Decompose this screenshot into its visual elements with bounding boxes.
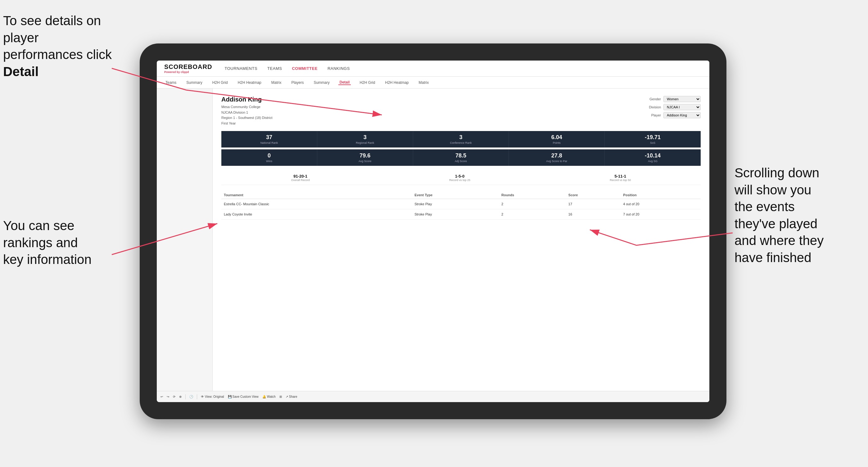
stat-avg-score: 79.6 Avg Score	[317, 149, 413, 166]
share-button[interactable]: ↗ Share	[286, 395, 298, 398]
division-select-row: Division NJCAA I	[649, 104, 701, 110]
adj-score-value: 78.5	[416, 152, 506, 159]
wins-value: 0	[224, 152, 314, 159]
watch-button[interactable]: 🔔 Watch	[262, 395, 276, 398]
share-icon: ↗	[286, 395, 288, 398]
logo-area: SCOREBOARD Powered by clippd	[164, 63, 212, 73]
stat-avg-sg: -10.14 Avg SG	[605, 149, 701, 166]
bottom-toolbar: ↩ ↪ ⟳ ⊕ 🕐 👁 View: Original 💾 Save Custom…	[157, 391, 709, 402]
watch-icon: 🔔	[262, 395, 266, 398]
col-event-type: Event Type	[412, 191, 499, 199]
main-content: Addison King Mesa Community College NJCA…	[157, 89, 709, 391]
player-header: Addison King Mesa Community College NJCA…	[221, 96, 701, 126]
player-info: Addison King Mesa Community College NJCA…	[221, 96, 272, 126]
subnav-players[interactable]: Players	[290, 81, 305, 85]
player-name: Addison King	[221, 96, 272, 103]
tablet-shell: SCOREBOARD Powered by clippd TOURNAMENTS…	[140, 43, 726, 419]
record-top25: 1-5-0 Record vs top 25	[449, 174, 470, 182]
col-position: Position	[621, 191, 701, 199]
save-icon: 💾	[228, 395, 231, 398]
tournament-name-1: Estrella CC- Mountain Classic	[221, 199, 412, 209]
avg-score-par-value: 27.8	[511, 152, 602, 159]
nav-tournaments[interactable]: TOURNAMENTS	[224, 66, 257, 71]
nav-teams[interactable]: TEAMS	[267, 66, 282, 71]
col-score: Score	[566, 191, 621, 199]
nav-committee[interactable]: COMMITTEE	[292, 66, 318, 71]
screen-button[interactable]: ⊞	[279, 395, 282, 398]
col-rounds: Rounds	[499, 191, 566, 199]
subnav-detail[interactable]: Detail	[338, 80, 351, 85]
subnav-h2h-heatmap[interactable]: H2H Heatmap	[237, 81, 262, 85]
stat-sos: -19.71 SoS	[605, 131, 701, 148]
clock-icon: 🕐	[189, 395, 193, 398]
event-type-2: Stroke Play	[412, 209, 499, 220]
table-row: Estrella CC- Mountain Classic Stroke Pla…	[221, 199, 701, 209]
top-navigation: SCOREBOARD Powered by clippd TOURNAMENTS…	[157, 61, 709, 77]
player-select-row: Player Addison King	[651, 112, 701, 118]
stat-adj-score: 78.5 Adj Score	[413, 149, 509, 166]
national-rank-value: 37	[224, 134, 314, 141]
player-label: Player	[651, 113, 661, 117]
points-value: 6.04	[511, 134, 602, 141]
subnav-teams[interactable]: Teams	[164, 81, 178, 85]
top50-record-value: 5-11-1	[610, 174, 631, 179]
player-region: Region 1 - Southwest (18) District	[221, 115, 272, 121]
annotation-right: Scrolling down will show you the events …	[735, 164, 865, 267]
view-icon: 👁	[201, 395, 204, 398]
stat-avg-score-par: 27.8 Avg Score to Par	[509, 149, 605, 166]
stat-conference-rank: 3 Conference Rank	[413, 131, 509, 148]
division-label: Division	[649, 105, 661, 109]
player-select[interactable]: Addison King	[663, 112, 701, 118]
score-2: 16	[566, 209, 621, 220]
records-row: 91-20-1 Overall Record 1-5-0 Record vs t…	[221, 171, 701, 185]
national-rank-label: National Rank	[224, 141, 314, 145]
avg-sg-label: Avg SG	[607, 160, 698, 163]
content-panel: Addison King Mesa Community College NJCA…	[213, 89, 709, 391]
player-college: Mesa Community College	[221, 104, 272, 110]
player-selects: Gender Women Division NJCAA I	[649, 96, 701, 126]
zoom-button[interactable]: ⊕	[179, 395, 182, 398]
overall-record-value: 91-20-1	[291, 174, 310, 179]
redo-button[interactable]: ↪	[167, 395, 169, 398]
view-original-button[interactable]: 👁 View: Original	[201, 395, 224, 398]
conference-rank-value: 3	[416, 134, 506, 141]
tournament-name-2: Lady Coyote Invite	[221, 209, 412, 220]
points-label: Points	[511, 141, 602, 145]
gender-label: Gender	[649, 97, 661, 101]
refresh-button[interactable]: ⟳	[173, 395, 176, 398]
subnav-summary[interactable]: Summary	[185, 81, 203, 85]
subnav-h2h-heatmap2[interactable]: H2H Heatmap	[384, 81, 410, 85]
player-year: First Year	[221, 121, 272, 126]
regional-rank-value: 3	[320, 134, 410, 141]
stats-row-1: 37 National Rank 3 Regional Rank 3 Confe…	[221, 131, 701, 148]
subnav-h2h-grid[interactable]: H2H Grid	[211, 81, 229, 85]
subnav-matrix[interactable]: Matrix	[270, 81, 283, 85]
sos-value: -19.71	[607, 134, 698, 141]
avg-score-value: 79.6	[320, 152, 410, 159]
top25-record-value: 1-5-0	[449, 174, 470, 179]
subnav-summary2[interactable]: Summary	[312, 81, 331, 85]
nav-rankings[interactable]: RANKINGS	[328, 66, 350, 71]
tournament-table: Tournament Event Type Rounds Score Posit…	[221, 191, 701, 220]
event-type-1: Stroke Play	[412, 199, 499, 209]
subnav-matrix2[interactable]: Matrix	[417, 81, 430, 85]
score-1: 17	[566, 199, 621, 209]
top25-record-label: Record vs top 25	[449, 179, 470, 182]
rounds-1: 2	[499, 199, 566, 209]
stats-row-2: 0 Wins 79.6 Avg Score 78.5 Adj Score 27.…	[221, 149, 701, 166]
gender-select[interactable]: Women	[663, 96, 701, 102]
division-select[interactable]: NJCAA I	[663, 104, 701, 110]
avg-score-label: Avg Score	[320, 160, 410, 163]
subnav-h2h-grid2[interactable]: H2H Grid	[358, 81, 376, 85]
save-custom-button[interactable]: 💾 Save Custom View	[228, 395, 258, 398]
separator2	[197, 394, 197, 399]
rounds-2: 2	[499, 209, 566, 220]
undo-button[interactable]: ↩	[160, 395, 163, 398]
annotation-topleft: To see details on player performances cl…	[3, 12, 121, 80]
player-division: NJCAA Division 1	[221, 110, 272, 116]
top50-record-label: Record vs top 50	[610, 179, 631, 182]
gender-select-row: Gender Women	[649, 96, 701, 102]
sub-navigation: Teams Summary H2H Grid H2H Heatmap Matri…	[157, 77, 709, 89]
avg-sg-value: -10.14	[607, 152, 698, 159]
stat-regional-rank: 3 Regional Rank	[317, 131, 413, 148]
